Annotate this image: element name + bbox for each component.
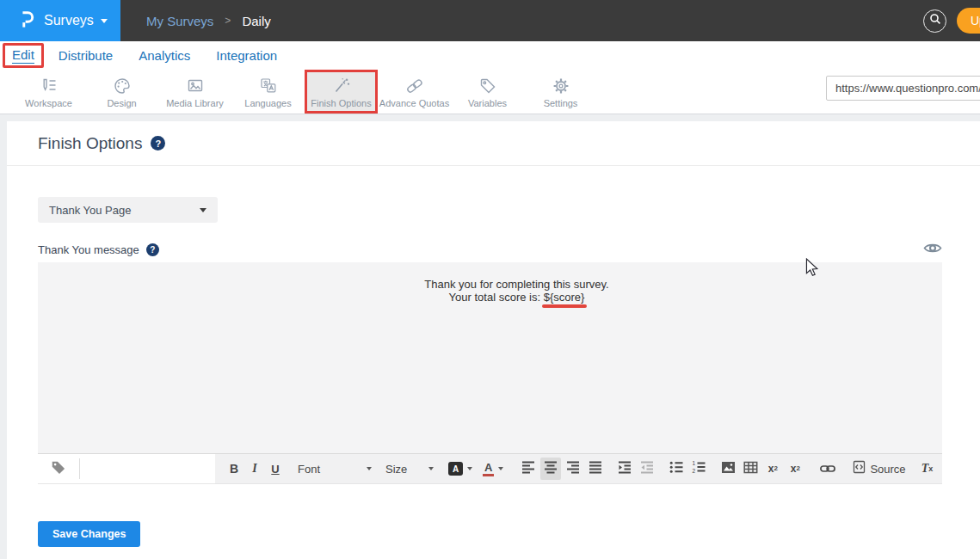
toolbar-left-group (38, 454, 215, 483)
svg-text:1: 1 (693, 460, 696, 466)
underline-button[interactable]: U (265, 458, 286, 480)
finish-type-dropdown-value: Thank You Page (49, 204, 131, 217)
insert-link-button[interactable] (817, 458, 838, 480)
nav-label: Design (107, 98, 136, 108)
remove-format-button[interactable]: Tx (917, 458, 938, 480)
background-color-icon: A (448, 462, 463, 476)
product-menu[interactable]: Surveys (0, 0, 120, 41)
nav-label: Variables (468, 98, 507, 108)
bulleted-list-button[interactable] (666, 458, 687, 480)
align-left-button[interactable] (518, 458, 539, 480)
search-button[interactable] (923, 9, 946, 33)
topbar-right: Up (923, 0, 980, 41)
justify-button[interactable] (585, 458, 606, 480)
nav-label: Workspace (25, 98, 72, 108)
superscript-base: x (791, 464, 797, 474)
nav-item-design[interactable]: Design (85, 70, 158, 114)
panel-header: Finish Options ? (7, 121, 980, 166)
chevron-down-icon (498, 467, 503, 470)
font-size-value: Size (385, 463, 407, 476)
superscript-num: 2 (797, 465, 800, 472)
outdent-icon (640, 460, 654, 477)
advance-quotas-chain-icon (404, 76, 425, 96)
tab-edit[interactable]: Edit (12, 47, 34, 64)
page-title: Finish Options (38, 134, 142, 153)
nav-item-media-library[interactable]: Media Library (158, 70, 231, 114)
survey-url-input[interactable] (826, 76, 980, 101)
nav-item-languages[interactable]: Languages (231, 70, 305, 114)
text-color-icon: A (483, 462, 494, 476)
chevron-down-icon (200, 208, 206, 212)
nav-label: Advance Quotas (379, 98, 449, 108)
insert-table-button[interactable] (740, 458, 761, 480)
align-center-icon (544, 460, 558, 477)
numbered-list-button[interactable]: 1 2 (688, 458, 709, 480)
insert-variable-tag-button[interactable] (47, 458, 69, 480)
align-center-button[interactable] (540, 458, 561, 480)
nav-item-settings[interactable]: Settings (524, 70, 597, 114)
tab-integration[interactable]: Integration (216, 48, 277, 63)
variables-tag-icon (478, 76, 498, 96)
breadcrumb: My Surveys > Daily (146, 0, 271, 41)
product-menu-label: Surveys (44, 13, 94, 28)
subscript-button[interactable]: x2 (762, 458, 783, 480)
align-right-button[interactable] (563, 458, 583, 480)
annotation-box-edit-tab: Edit (3, 43, 44, 68)
save-changes-button[interactable]: Save Changes (38, 521, 140, 547)
help-icon[interactable]: ? (146, 243, 159, 256)
search-icon (928, 12, 942, 29)
increase-indent-button[interactable] (614, 458, 635, 480)
toolbar-divider (79, 458, 80, 479)
upgrade-button[interactable]: Up (957, 8, 980, 34)
rich-text-toolbar: B I U Font Size A (38, 453, 942, 484)
edit-nav-toolbar: Workspace Design Media Library (0, 70, 980, 114)
align-right-icon (566, 460, 580, 477)
help-icon[interactable]: ? (151, 136, 165, 150)
chevron-down-icon (367, 467, 372, 470)
finish-type-dropdown[interactable]: Thank You Page (38, 197, 218, 223)
background-color-button[interactable]: A (446, 458, 475, 480)
chevron-down-icon (428, 467, 434, 470)
workspace-icon (39, 76, 59, 96)
thank-you-message-editor[interactable]: Thank you for completing this survey. Yo… (38, 262, 942, 453)
font-family-value: Font (298, 463, 320, 476)
decrease-indent-button[interactable] (637, 458, 657, 480)
tab-analytics[interactable]: Analytics (139, 48, 190, 63)
source-button[interactable]: Source (850, 458, 908, 480)
breadcrumb-current-survey: Daily (242, 14, 270, 28)
nav-label: Media Library (166, 98, 224, 108)
settings-gear-icon (551, 76, 571, 96)
font-size-dropdown[interactable]: Size (385, 458, 434, 480)
chevron-down-icon (467, 467, 472, 470)
nav-item-variables[interactable]: Variables (451, 70, 524, 114)
nav-item-finish-options[interactable]: Finish Options (305, 70, 378, 114)
message-label-group: Thank You message ? (38, 243, 159, 256)
toolbar-main-group: B I U Font Size A (215, 454, 942, 483)
svg-text:2: 2 (693, 468, 696, 474)
preview-button[interactable] (923, 242, 942, 258)
align-left-icon (521, 460, 535, 477)
finish-options-panel: Finish Options ? Thank You Page Thank Yo… (7, 121, 980, 559)
panel-body: Thank You Page Thank You message ? (7, 197, 980, 547)
font-family-dropdown[interactable]: Font (298, 458, 372, 480)
source-code-icon (853, 460, 866, 477)
indent-icon (618, 460, 632, 477)
table-icon (743, 461, 758, 477)
italic-button[interactable]: I (244, 458, 265, 480)
insert-image-button[interactable] (718, 458, 738, 480)
editor-content: Thank you for completing this survey. Yo… (38, 262, 942, 304)
message-label: Thank You message (38, 243, 139, 256)
tab-distribute[interactable]: Distribute (59, 48, 113, 63)
bold-button[interactable]: B (224, 458, 244, 480)
survey-tabs: Edit Distribute Analytics Integration (0, 41, 980, 70)
superscript-button[interactable]: x2 (785, 458, 805, 480)
design-palette-icon (112, 76, 133, 96)
remove-format-icon: T (921, 462, 929, 476)
text-color-button[interactable]: A (480, 458, 506, 480)
questionpro-logo-icon (17, 8, 36, 34)
breadcrumb-my-surveys[interactable]: My Surveys (146, 14, 213, 28)
source-label: Source (870, 463, 905, 476)
topbar: Surveys My Surveys > Daily Up (0, 0, 980, 41)
nav-item-advance-quotas[interactable]: Advance Quotas (378, 70, 451, 114)
nav-item-workspace[interactable]: Workspace (12, 70, 85, 114)
